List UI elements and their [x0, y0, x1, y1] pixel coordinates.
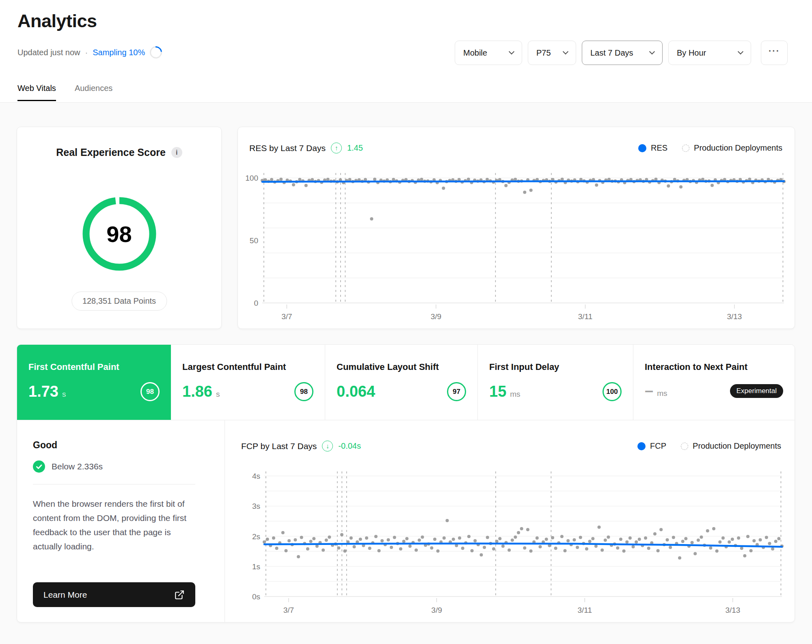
svg-text:50: 50: [250, 236, 258, 245]
threshold-row: Below 2.336s: [33, 460, 211, 473]
metric-card-cumulative-layout-shift[interactable]: Cumulative Layout Shift 0.064 97: [325, 345, 478, 420]
svg-text:1s: 1s: [252, 562, 260, 571]
tab-web-vitals[interactable]: Web Vitals: [17, 84, 56, 101]
svg-text:3/9: 3/9: [431, 606, 442, 614]
threshold-label: Below 2.336s: [52, 462, 103, 471]
svg-text:0: 0: [254, 299, 258, 307]
divider: [33, 484, 195, 484]
metric-score-badge: 97: [447, 382, 466, 401]
metric-card-first-contentful-paint[interactable]: First Contentful Paint 1.73s 98: [17, 345, 171, 420]
date-range-select[interactable]: Last 7 Days: [582, 41, 663, 65]
res-chart-legend: RES Production Deployments: [638, 143, 782, 153]
trend-down-icon: ↓: [322, 441, 333, 452]
data-points-pill: 128,351 Data Points: [71, 292, 167, 311]
more-options-button[interactable]: ···: [761, 41, 788, 65]
svg-text:2s: 2s: [252, 532, 260, 541]
metrics-row: First Contentful Paint 1.73s 98 Largest …: [17, 345, 795, 420]
res-card-title-row: Real Experience Score i: [17, 147, 221, 158]
legend-fcp[interactable]: FCP: [637, 441, 666, 451]
fcp-plot: 4s3s2s1s0s3/73/93/113/13: [246, 468, 788, 617]
metric-title: First Input Delay: [489, 362, 622, 372]
res-chart-card: RES by Last 7 Days ↑ 1.45 RES Production…: [238, 127, 795, 329]
legend-production-deployments[interactable]: Production Deployments: [681, 441, 781, 451]
date-range-select-value: Last 7 Days: [590, 48, 633, 58]
legend-deployments-label: Production Deployments: [694, 143, 782, 153]
series-dot-icon: [638, 144, 646, 152]
granularity-select[interactable]: By Hour: [668, 41, 751, 65]
device-select[interactable]: Mobile: [455, 41, 522, 65]
svg-text:3/11: 3/11: [578, 312, 593, 321]
filter-controls: Mobile P75 Last 7 Days By Hour ···: [455, 41, 788, 65]
metric-value: 15ms: [489, 383, 520, 400]
sampling-link[interactable]: Sampling 10%: [93, 48, 145, 57]
score-ring: 98: [79, 193, 160, 274]
svg-text:100: 100: [245, 174, 258, 182]
metric-value-row: 0.064 97: [337, 382, 466, 401]
svg-text:3/13: 3/13: [727, 312, 742, 321]
bottom-panels: Good Below 2.336s When the browser rende…: [17, 420, 795, 622]
metric-unit: s: [62, 390, 66, 399]
analytics-page: Analytics Updated just now · Sampling 10…: [0, 0, 812, 644]
tab-bar: Web Vitals Audiences: [17, 84, 112, 101]
metric-title: Interaction to Next Paint: [645, 362, 783, 372]
metric-title: Largest Contentful Paint: [182, 362, 313, 372]
res-delta-value: 1.45: [347, 143, 363, 153]
learn-more-label: Learn More: [43, 590, 87, 600]
series-dot-icon: [637, 442, 646, 450]
metric-value: –ms: [645, 382, 667, 400]
fcp-chart-section: FCP by Last 7 Days ↓ -0.04s FCP Producti…: [225, 420, 795, 622]
metric-score-badge: 98: [294, 382, 313, 401]
tab-audiences[interactable]: Audiences: [75, 84, 112, 101]
trend-up-icon: ↑: [331, 143, 342, 153]
metric-value: 1.73s: [28, 383, 66, 400]
metric-value: 0.064: [337, 383, 379, 400]
svg-text:3/9: 3/9: [431, 312, 441, 321]
fcp-chart-header: FCP by Last 7 Days ↓ -0.04s FCP Producti…: [241, 441, 781, 452]
res-card-title: Real Experience Score: [56, 147, 166, 158]
metric-card-largest-contentful-paint[interactable]: Largest Contentful Paint 1.86s 98: [171, 345, 325, 420]
metric-value: 1.86s: [182, 383, 220, 400]
granularity-select-value: By Hour: [677, 48, 706, 58]
svg-text:3/7: 3/7: [283, 606, 294, 614]
metric-card-first-input-delay[interactable]: First Input Delay 15ms 100: [478, 345, 633, 420]
score-value: 98: [79, 193, 160, 274]
legend-production-deployments[interactable]: Production Deployments: [682, 143, 782, 153]
chart-plot-svg: 4s3s2s1s0s3/73/93/113/13: [246, 468, 788, 615]
page-title: Analytics: [17, 11, 97, 32]
metric-unit: ms: [657, 389, 667, 398]
chevron-down-icon: [649, 49, 655, 54]
percentile-select[interactable]: P75: [528, 41, 576, 65]
metric-score-badge: 100: [603, 382, 622, 401]
metric-title: First Contentful Paint: [28, 362, 160, 372]
res-plot: 1005003/73/93/113/13: [244, 170, 790, 323]
legend-fcp-label: FCP: [650, 441, 666, 451]
chevron-down-icon: [738, 49, 743, 54]
legend-res[interactable]: RES: [638, 143, 667, 153]
svg-text:3/13: 3/13: [725, 606, 740, 614]
chevron-down-icon: [509, 49, 514, 54]
svg-text:3/11: 3/11: [577, 606, 592, 614]
metric-value-row: 1.73s 98: [28, 382, 160, 401]
chart-plot-svg: 1005003/73/93/113/13: [244, 170, 790, 322]
svg-text:3/7: 3/7: [281, 312, 292, 321]
metric-detail-panel: Good Below 2.336s When the browser rende…: [17, 420, 225, 622]
metric-card-interaction-to-next-paint[interactable]: Interaction to Next Paint –ms Experiment…: [633, 345, 795, 420]
metric-unit: s: [216, 390, 220, 399]
metric-unit: ms: [510, 390, 520, 399]
res-chart-header: RES by Last 7 Days ↑ 1.45 RES Production…: [249, 143, 782, 153]
experimental-badge: Experimental: [730, 384, 783, 398]
info-icon[interactable]: i: [171, 147, 182, 158]
svg-text:0s: 0s: [252, 592, 260, 601]
device-select-value: Mobile: [463, 48, 487, 58]
metric-score-badge: 98: [140, 382, 160, 401]
metric-title: Cumulative Layout Shift: [337, 362, 466, 372]
fcp-chart-legend: FCP Production Deployments: [637, 441, 781, 451]
real-experience-score-card: Real Experience Score i 98 128,351 Data …: [17, 127, 222, 329]
metric-value-row: –ms Experimental: [645, 382, 783, 400]
updated-status: Updated just now: [17, 48, 80, 57]
chevron-down-icon: [563, 49, 568, 54]
legend-deployments-label: Production Deployments: [693, 441, 781, 451]
metric-description: When the browser renders the first bit o…: [33, 497, 197, 553]
learn-more-button[interactable]: Learn More: [33, 582, 195, 607]
web-vitals-detail-card: First Contentful Paint 1.73s 98 Largest …: [17, 344, 795, 622]
